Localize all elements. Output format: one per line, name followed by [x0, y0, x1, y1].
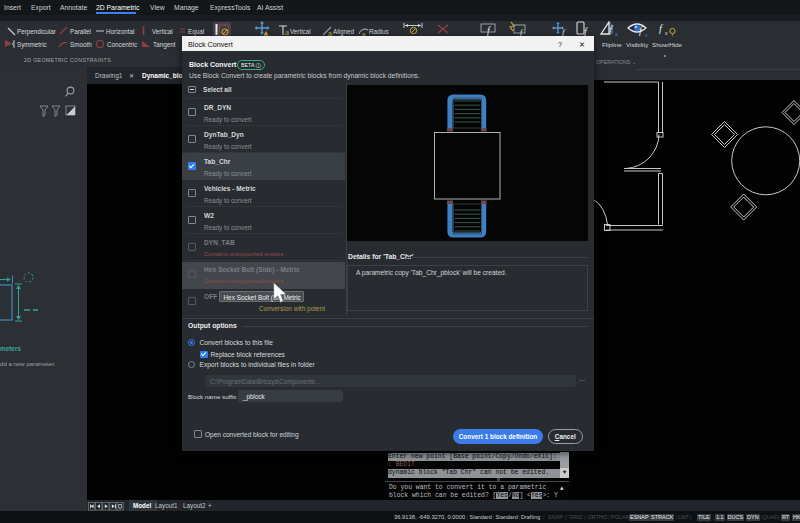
svg-text:x: x [614, 31, 618, 37]
svg-text:x: x [644, 32, 648, 38]
svg-text:f: f [487, 25, 491, 36]
svg-text:f: f [659, 23, 664, 34]
svg-text:a: a [285, 29, 289, 36]
svg-text:f: f [609, 23, 614, 35]
svg-text:x: x [664, 30, 668, 36]
